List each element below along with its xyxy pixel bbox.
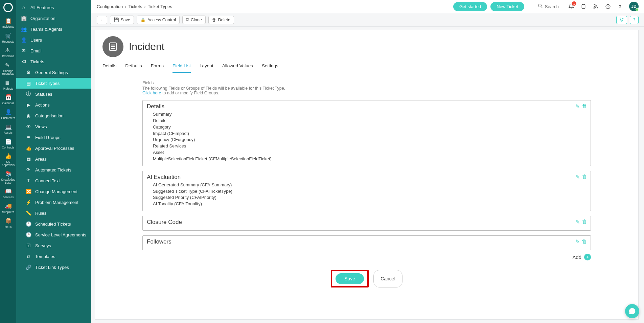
- field-group-followers: Followers ✎ 🗑: [142, 235, 591, 250]
- rail-item-items[interactable]: 📦Items: [0, 218, 16, 228]
- rail-item-problems[interactable]: ⚠Problems: [0, 48, 16, 58]
- rail-item-services[interactable]: 📖Services: [0, 189, 16, 199]
- nav-item-tickets[interactable]: 🏷Tickets: [16, 56, 91, 67]
- nav-item-surveys[interactable]: ☑Surveys: [16, 240, 91, 251]
- clipboard-icon[interactable]: [580, 3, 586, 9]
- nav-item-field-groups[interactable]: ≡Field Groups: [16, 132, 91, 143]
- search-icon: [538, 3, 543, 9]
- nav-item-scheduled-tickets[interactable]: 🕒Scheduled Tickets: [16, 218, 91, 229]
- nav-item-change-management[interactable]: 🔀Change Management: [16, 186, 91, 197]
- chat-fab[interactable]: [625, 304, 639, 318]
- knowledge-base-icon: 📚: [5, 171, 11, 177]
- problem-icon: ⚡: [26, 200, 31, 205]
- clone-button[interactable]: ⧉Clone: [182, 16, 206, 24]
- breadcrumb-item[interactable]: Tickets: [129, 4, 142, 9]
- nav-item-actions[interactable]: ▶Actions: [16, 99, 91, 110]
- breadcrumb-item[interactable]: Ticket Types: [148, 4, 172, 9]
- new-ticket-button[interactable]: New Ticket: [490, 2, 524, 11]
- rail-item-my-approvals[interactable]: 👍My Approvals: [0, 154, 16, 166]
- get-started-button[interactable]: Get started: [453, 2, 487, 11]
- rail-item-customers[interactable]: 👤Customers: [0, 110, 16, 120]
- add-group-button[interactable]: +: [584, 254, 591, 260]
- help-icon[interactable]: [617, 3, 623, 9]
- cancel-button[interactable]: Cancel: [373, 270, 402, 287]
- nav-item-ticket-link-types[interactable]: 🔗Ticket Link Types: [16, 262, 91, 273]
- incidents-icon: 📋: [5, 18, 11, 24]
- breadcrumb: Configuration › Tickets › Ticket Types: [97, 4, 172, 9]
- nav-item-views[interactable]: 👁Views: [16, 121, 91, 132]
- tab-forms[interactable]: Forms: [151, 61, 164, 73]
- delete-group-icon[interactable]: 🗑: [582, 219, 587, 225]
- delete-group-icon[interactable]: 🗑: [582, 238, 587, 245]
- save-button[interactable]: 💾Save: [110, 16, 134, 24]
- nav-item-problem-management[interactable]: ⚡Problem Management: [16, 197, 91, 208]
- save-form-button[interactable]: Save: [336, 273, 364, 284]
- tab-layout[interactable]: Layout: [200, 61, 213, 73]
- survey-icon: ☑: [26, 243, 31, 248]
- tab-defaults[interactable]: Defaults: [125, 61, 142, 73]
- rail-item-knowledge-base[interactable]: 📚Knowledge Base: [0, 171, 16, 184]
- svg-point-0: [538, 4, 542, 7]
- nav-item-statuses[interactable]: ⓘStatuses: [16, 89, 91, 99]
- branch-button[interactable]: [616, 16, 627, 24]
- rail-item-change-requests[interactable]: ✎Change Requests: [0, 63, 16, 75]
- nav-item-users[interactable]: 👤Users: [16, 34, 91, 45]
- nav-item-areas[interactable]: ▦Areas: [16, 154, 91, 164]
- fields-icon: ≡: [26, 135, 31, 140]
- modify-field-groups-link[interactable]: Click here: [142, 91, 161, 95]
- rail-item-projects[interactable]: ≣Projects: [0, 80, 16, 90]
- clone-icon: ⧉: [186, 17, 189, 22]
- nav-item-canned-text[interactable]: TCanned Text: [16, 175, 91, 186]
- history-icon[interactable]: [605, 3, 611, 9]
- nav-item-all-features[interactable]: ⌂All Features: [16, 2, 91, 13]
- field-item: Impact (CFimpact): [153, 131, 586, 137]
- svg-point-9: [621, 21, 622, 22]
- tab-settings[interactable]: Settings: [262, 61, 278, 73]
- nav-item-service-level-agreements[interactable]: 🕑Service Level Agreements: [16, 229, 91, 240]
- nav-item-email[interactable]: ✉Email: [16, 45, 91, 56]
- rail-item-incidents[interactable]: 📋Incidents: [0, 18, 16, 28]
- user-avatar[interactable]: JD: [629, 2, 639, 11]
- link-icon: 🔗: [26, 264, 31, 270]
- delete-group-icon[interactable]: 🗑: [582, 174, 587, 180]
- access-control-button[interactable]: 🔒Access Control: [137, 16, 180, 24]
- nav-item-approval-processes[interactable]: 👍Approval Processes: [16, 143, 91, 154]
- field-item: AI Generated Summary (CFAISummary): [153, 182, 586, 188]
- org-icon: 🏢: [21, 16, 26, 21]
- breadcrumb-item[interactable]: Configuration: [97, 4, 123, 9]
- nav-item-teams-agents[interactable]: 👥Teams & Agents: [16, 24, 91, 34]
- edit-group-icon[interactable]: ✎: [575, 174, 580, 180]
- tab-allowed-values[interactable]: Allowed Values: [222, 61, 253, 73]
- help-button[interactable]: ?: [630, 16, 639, 24]
- tab-details[interactable]: Details: [102, 61, 116, 73]
- field-item: Asset: [153, 149, 586, 156]
- nav-item-general-settings[interactable]: ⚙General Settings: [16, 67, 91, 78]
- nav-item-templates[interactable]: ⧉Templates: [16, 251, 91, 262]
- app-logo[interactable]: [3, 3, 13, 12]
- tab-field-list[interactable]: Field List: [172, 61, 191, 73]
- nav-item-rules[interactable]: 📏Rules: [16, 208, 91, 218]
- search-input[interactable]: Search: [538, 3, 559, 9]
- rail-item-assets[interactable]: 💻Assets: [0, 124, 16, 134]
- edit-group-icon[interactable]: ✎: [575, 219, 580, 225]
- back-button[interactable]: ←: [97, 16, 107, 24]
- nav-item-automated-tickets[interactable]: ⟳Automated Tickets: [16, 164, 91, 175]
- nav-item-ticket-types[interactable]: ▤Ticket Types: [16, 78, 91, 89]
- edit-group-icon[interactable]: ✎: [575, 103, 580, 110]
- nav-item-categorisation[interactable]: ◉Categorisation: [16, 110, 91, 121]
- svg-point-8: [623, 18, 623, 19]
- rail-item-requests[interactable]: 🛒Requests: [0, 33, 16, 43]
- rail-item-contracts[interactable]: 📄Contracts: [0, 139, 16, 149]
- nav-item-organization[interactable]: 🏢Organization: [16, 13, 91, 24]
- field-group-details: Details ✎ 🗑 SummaryDetailsCategoryImpact…: [142, 100, 591, 166]
- svg-point-6: [620, 7, 620, 8]
- svg-point-4: [594, 8, 594, 8]
- edit-group-icon[interactable]: ✎: [575, 238, 580, 245]
- feed-icon[interactable]: [593, 3, 599, 9]
- rail-item-calendar[interactable]: 📅Calendar: [0, 95, 16, 105]
- email-icon: ✉: [21, 48, 26, 53]
- rail-item-suppliers[interactable]: 🚚Suppliers: [0, 204, 16, 214]
- notifications-icon[interactable]: 1: [568, 3, 574, 9]
- delete-group-icon[interactable]: 🗑: [582, 103, 587, 110]
- delete-button[interactable]: 🗑Delete: [208, 16, 234, 24]
